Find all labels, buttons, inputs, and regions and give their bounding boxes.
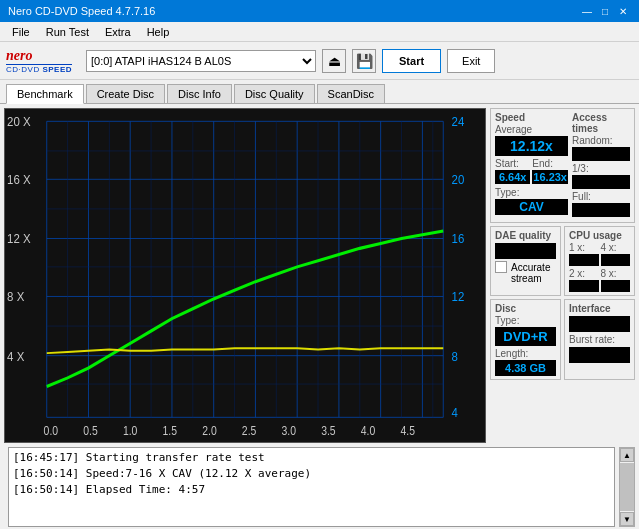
svg-text:8 X: 8 X	[7, 290, 25, 305]
save-icon-button[interactable]: 💾	[352, 49, 376, 73]
nero-logo: nero CD·DVD SPEED	[6, 48, 72, 74]
start-label: Start:	[495, 158, 530, 169]
x8-label: 8 x:	[601, 268, 631, 279]
access-times-label: Access times	[572, 112, 630, 134]
accurate-label: Accurate	[511, 262, 550, 273]
menu-extra[interactable]: Extra	[97, 24, 139, 40]
svg-text:16: 16	[452, 232, 465, 247]
scroll-thumb[interactable]	[620, 463, 634, 511]
drive-select[interactable]: [0:0] ATAPI iHAS124 B AL0S	[86, 50, 316, 72]
svg-text:24: 24	[452, 114, 465, 129]
disc-type-value: DVD+R	[495, 327, 556, 346]
average-label: Average	[495, 124, 568, 135]
start-button[interactable]: Start	[382, 49, 441, 73]
tab-disc-quality[interactable]: Disc Quality	[234, 84, 315, 103]
x4-label: 4 x:	[601, 242, 631, 253]
type-value: CAV	[495, 199, 568, 215]
log-wrapper: [16:45:17] Starting transfer rate test […	[4, 447, 635, 527]
end-value: 16.23x	[532, 170, 568, 184]
svg-text:1.0: 1.0	[123, 424, 137, 437]
x2-label: 2 x:	[569, 268, 599, 279]
menu-bar: File Run Test Extra Help	[0, 22, 639, 42]
svg-text:12: 12	[452, 290, 465, 305]
maximize-button[interactable]: □	[597, 3, 613, 19]
close-button[interactable]: ✕	[615, 3, 631, 19]
svg-text:3.5: 3.5	[321, 424, 335, 437]
burst-rate-label: Burst rate:	[569, 334, 630, 345]
logo-nero: nero	[6, 48, 32, 64]
chart-svg: 20 X 16 X 12 X 8 X 4 X 24 20 16 12 8 4 0…	[5, 109, 485, 442]
logo-cdspeed: CD·DVD SPEED	[6, 64, 72, 74]
tab-disc-info[interactable]: Disc Info	[167, 84, 232, 103]
accurate-stream-checkbox[interactable]	[495, 261, 507, 273]
main-content: 20 X 16 X 12 X 8 X 4 X 24 20 16 12 8 4 0…	[0, 104, 639, 447]
eject-icon-button[interactable]: ⏏	[322, 49, 346, 73]
speed-label: Speed	[495, 112, 568, 123]
svg-text:2.0: 2.0	[202, 424, 216, 437]
disc-section-label: Disc	[495, 303, 556, 314]
svg-text:0.0: 0.0	[44, 424, 58, 437]
log-entry-1: [16:50:14] Speed:7-16 X CAV (12.12 X ave…	[13, 466, 610, 482]
length-label: Length:	[495, 348, 556, 359]
log-scrollbar[interactable]: ▲ ▼	[619, 447, 635, 527]
interface-section: Interface Burst rate:	[564, 299, 635, 380]
scroll-down-button[interactable]: ▼	[620, 512, 634, 526]
tab-bar: Benchmark Create Disc Disc Info Disc Qua…	[0, 80, 639, 104]
log-entry-2: [16:50:14] Elapsed Time: 4:57	[13, 482, 610, 498]
exit-button[interactable]: Exit	[447, 49, 495, 73]
toolbar: nero CD·DVD SPEED [0:0] ATAPI iHAS124 B …	[0, 42, 639, 80]
menu-file[interactable]: File	[4, 24, 38, 40]
type-label: Type:	[495, 187, 568, 198]
tab-create-disc[interactable]: Create Disc	[86, 84, 165, 103]
svg-text:8: 8	[452, 349, 458, 364]
cpu-section: CPU usage 1 x: 2 x: 4 x: 8 x:	[564, 226, 635, 296]
svg-text:2.5: 2.5	[242, 424, 256, 437]
speed-section: Speed Average 12.12x Start: 6.64x End: 1…	[490, 108, 635, 223]
average-value: 12.12x	[495, 136, 568, 156]
side-panel: Speed Average 12.12x Start: 6.64x End: 1…	[490, 108, 635, 443]
svg-text:12 X: 12 X	[7, 232, 31, 247]
window-title: Nero CD-DVD Speed 4.7.7.16	[8, 5, 155, 17]
window-controls: — □ ✕	[579, 3, 631, 19]
x1-label: 1 x:	[569, 242, 599, 253]
minimize-button[interactable]: —	[579, 3, 595, 19]
end-label: End:	[532, 158, 568, 169]
svg-rect-0	[5, 109, 485, 442]
chart-area: 20 X 16 X 12 X 8 X 4 X 24 20 16 12 8 4 0…	[4, 108, 486, 443]
log-entry-0: [16:45:17] Starting transfer rate test	[13, 450, 610, 466]
menu-run-test[interactable]: Run Test	[38, 24, 97, 40]
svg-text:0.5: 0.5	[83, 424, 97, 437]
svg-text:20 X: 20 X	[7, 114, 31, 129]
svg-text:3.0: 3.0	[282, 424, 296, 437]
svg-text:1.5: 1.5	[163, 424, 177, 437]
start-value: 6.64x	[495, 170, 530, 184]
menu-help[interactable]: Help	[139, 24, 178, 40]
svg-text:20: 20	[452, 172, 465, 187]
scroll-up-button[interactable]: ▲	[620, 448, 634, 462]
svg-text:16 X: 16 X	[7, 172, 31, 187]
interface-label: Interface	[569, 303, 630, 314]
dae-cpu-row: DAE quality Accurate stream CPU usage 1 …	[490, 226, 635, 296]
full-label: Full:	[572, 191, 630, 202]
disc-interface-row: Disc Type: DVD+R Length: 4.38 GB Interfa…	[490, 299, 635, 380]
stream-label: stream	[511, 273, 542, 284]
disc-type-label: Type:	[495, 315, 556, 326]
accurate-stream-row: Accurate	[495, 261, 556, 273]
random-label: Random:	[572, 135, 630, 146]
svg-text:4.0: 4.0	[361, 424, 375, 437]
dae-label: DAE quality	[495, 230, 556, 241]
cpu-label: CPU usage	[569, 230, 630, 241]
title-bar: Nero CD-DVD Speed 4.7.7.16 — □ ✕	[0, 0, 639, 22]
onethird-label: 1/3:	[572, 163, 630, 174]
length-value: 4.38 GB	[495, 360, 556, 376]
tab-scan-disc[interactable]: ScanDisc	[317, 84, 385, 103]
svg-text:4 X: 4 X	[7, 349, 25, 364]
svg-text:4.5: 4.5	[400, 424, 414, 437]
svg-text:4: 4	[452, 405, 458, 420]
tab-benchmark[interactable]: Benchmark	[6, 84, 84, 104]
log-area[interactable]: [16:45:17] Starting transfer rate test […	[8, 447, 615, 527]
dae-section: DAE quality Accurate stream	[490, 226, 561, 296]
disc-section: Disc Type: DVD+R Length: 4.38 GB	[490, 299, 561, 380]
